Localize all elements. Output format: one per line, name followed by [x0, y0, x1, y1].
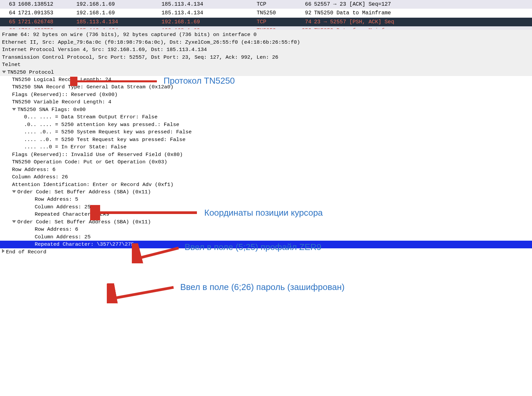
disclosure-triangle-icon[interactable]	[2, 249, 5, 253]
pkt-no: 65	[1, 18, 18, 26]
pkt-time: 1721.626756	[18, 27, 76, 29]
detail-col25b[interactable]: Column Address: 25	[0, 233, 532, 241]
disclosure-triangle-icon[interactable]	[12, 220, 16, 223]
pkt-src: 185.113.4.134	[76, 18, 162, 26]
detail-oc2-text: Order Code: Set Buffer Address (SBA) (0x…	[17, 219, 151, 225]
pkt-no: 63	[1, 1, 18, 8]
detail-ip[interactable]: Internet Protocol Version 4, Src: 192.16…	[0, 46, 532, 53]
detail-rep1[interactable]: Repeated Character: ZER9	[0, 211, 532, 218]
detail-rep2-selected[interactable]: Repeated Character: \357\277\275	[0, 241, 532, 248]
pkt-dst: 192.168.1.69	[162, 18, 257, 26]
pkt-no: 64	[1, 9, 18, 17]
detail-vrl[interactable]: TN5250 Variable Record Length: 4	[0, 98, 532, 106]
pkt-src: 192.168.1.69	[76, 1, 162, 8]
pkt-proto: TN5250	[257, 27, 297, 29]
pkt-proto: TN5250	[257, 9, 297, 17]
pkt-len: 66	[297, 1, 314, 8]
detail-sna-flags-text: TN5250 SNA Flags: 0x00	[17, 107, 86, 113]
detail-col-addr[interactable]: Column Address: 26	[0, 173, 532, 181]
detail-sf0[interactable]: 0... .... = Data Stream Output Error: Fa…	[0, 113, 532, 121]
detail-col25a[interactable]: Column Address: 25	[0, 203, 532, 211]
detail-eor-text: End of Record	[6, 249, 46, 255]
packet-row[interactable]: 63 1608.138512 192.168.1.69 185.113.4.13…	[0, 0, 532, 9]
pkt-info: 23 → 52557 [PSH, ACK] Seq	[314, 18, 531, 26]
detail-flags-inv[interactable]: Flags (Reserved):: Invalid Use of Reserv…	[0, 151, 532, 158]
detail-attn-id[interactable]: Attention Identification: Enter or Recor…	[0, 181, 532, 188]
disclosure-triangle-icon[interactable]	[12, 108, 16, 111]
detail-sf4[interactable]: .... ...0 = In Error State: False	[0, 143, 532, 151]
pkt-info: TN5250 Data to Mainframe	[314, 9, 531, 17]
detail-oc1-text: Order Code: Set Buffer Address (SBA) (0x…	[17, 189, 151, 195]
detail-sna-rt[interactable]: TN5250 SNA Record Type: General Data Str…	[0, 83, 532, 91]
pkt-src: 185.113.4.134	[76, 27, 162, 29]
pkt-info: 52557 → 23 [ACK] Seq=127	[314, 1, 531, 8]
detail-sf3[interactable]: .... ..0. = 5250 Test Request key was pr…	[0, 136, 532, 143]
detail-opcode[interactable]: TN5250 Operation Code: Put or Get Operat…	[0, 158, 532, 166]
detail-flags-r[interactable]: Flags (Reserved):: Reserved (0x00)	[0, 91, 532, 98]
pkt-len: 953	[297, 27, 314, 29]
pkt-time: 1721.626748	[18, 18, 76, 26]
packet-row[interactable]: 66 1721.626756 185.113.4.134 192.168.1.6…	[0, 26, 532, 30]
packet-row[interactable]: 64 1721.091353 192.168.1.69 185.113.4.13…	[0, 9, 532, 17]
detail-tn5250-text: TN5250 Protocol	[7, 69, 54, 75]
pkt-dst: 185.113.4.134	[162, 1, 257, 8]
packet-details-pane[interactable]: Frame 64: 92 bytes on wire (736 bits), 9…	[0, 30, 532, 256]
detail-sf2[interactable]: .... .0.. = 5250 System Request key was …	[0, 128, 532, 136]
disclosure-triangle-icon[interactable]	[12, 190, 16, 193]
pkt-len: 92	[297, 9, 314, 17]
detail-order-code-1[interactable]: Order Code: Set Buffer Address (SBA) (0x…	[0, 188, 532, 196]
packet-list[interactable]: 63 1608.138512 192.168.1.69 185.113.4.13…	[0, 0, 532, 30]
detail-frame[interactable]: Frame 64: 92 bytes on wire (736 bits), 9…	[0, 31, 532, 38]
pkt-no: 66	[1, 27, 18, 29]
pkt-dst: 192.168.1.69	[162, 27, 257, 29]
detail-row5[interactable]: Row Address: 5	[0, 196, 532, 203]
detail-sna-flags[interactable]: TN5250 SNA Flags: 0x00	[0, 106, 532, 113]
detail-telnet[interactable]: Telnet	[0, 61, 532, 68]
disclosure-triangle-icon[interactable]	[2, 71, 6, 73]
pkt-time: 1608.138512	[18, 1, 76, 8]
detail-tcp[interactable]: Transmission Control Protocol, Src Port:…	[0, 54, 532, 61]
pkt-dst: 185.113.4.134	[162, 9, 257, 17]
pkt-len: 74	[297, 18, 314, 26]
pkt-proto: TCP	[257, 18, 297, 26]
pkt-proto: TCP	[257, 1, 297, 8]
detail-lrl[interactable]: TN5250 Logical Record Length: 24	[0, 76, 532, 83]
pkt-info: TN5250 Data from Mainframe	[314, 27, 531, 29]
pkt-src: 192.168.1.69	[76, 9, 162, 17]
packet-row-selected[interactable]: 65 1721.626748 185.113.4.134 192.168.1.6…	[0, 18, 532, 26]
detail-row6[interactable]: Row Address: 6	[0, 226, 532, 233]
pkt-time: 1721.091353	[18, 9, 76, 17]
detail-row-addr[interactable]: Row Address: 6	[0, 166, 532, 173]
detail-order-code-2[interactable]: Order Code: Set Buffer Address (SBA) (0x…	[0, 218, 532, 226]
detail-sf1[interactable]: .0.. .... = 5250 attention key was press…	[0, 121, 532, 128]
detail-eth[interactable]: Ethernet II, Src: Apple_79:6a:0c (f0:18:…	[0, 39, 532, 46]
detail-tn5250[interactable]: TN5250 Protocol	[0, 69, 532, 76]
detail-eor[interactable]: End of Record	[0, 248, 532, 256]
